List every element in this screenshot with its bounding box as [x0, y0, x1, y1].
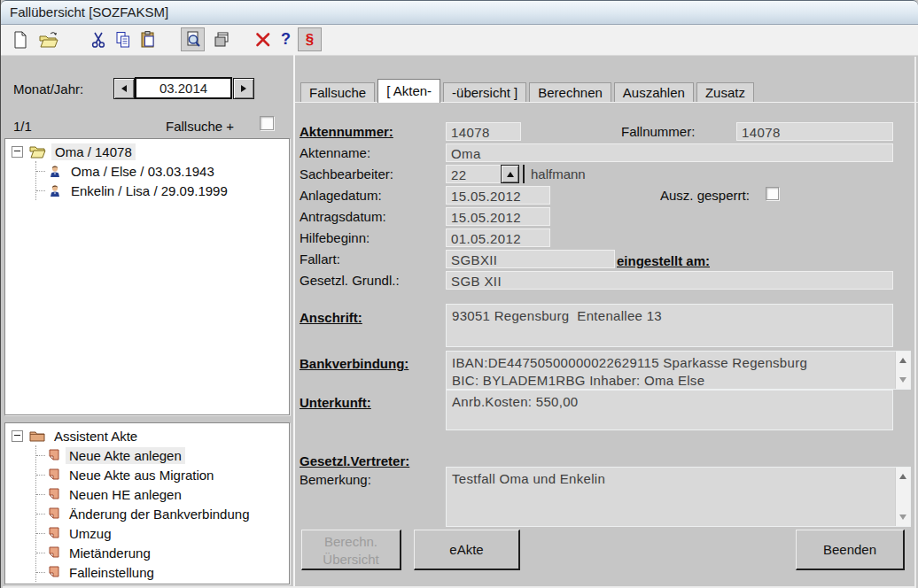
tree-node-wizard[interactable]: Änderung der Bankverbindung — [36, 504, 289, 523]
cut-button[interactable] — [86, 27, 110, 51]
tab-uebersicht[interactable]: -übersicht ] — [443, 82, 526, 102]
hilfebeginn-field[interactable]: 01.05.2012 — [446, 228, 550, 247]
aktennummer-field[interactable]: 14078 — [446, 122, 521, 141]
assistant-tree: Assistent Akte Neue Akte anlegen Neue Ak… — [4, 422, 290, 584]
arrow-left-icon — [121, 85, 127, 92]
sachbearbeiter-field[interactable]: 22 — [446, 165, 501, 183]
fallsuche-plus-label: Fallsuche + — [166, 119, 234, 134]
hilfebeginn-label: Hilfebeginn: — [300, 230, 370, 245]
tree-node-label: Neuen HE anlegen — [66, 486, 185, 503]
spinner-separator — [523, 165, 525, 183]
month-year-field[interactable]: 03.2014 — [135, 77, 232, 99]
open-file-button[interactable] — [36, 27, 60, 51]
tree-node-person[interactable]: Oma / Else / 03.03.1943 — [36, 161, 289, 181]
tree-node-label: Oma / Else / 03.03.1943 — [67, 163, 218, 180]
tab-zusatz[interactable]: Zusatz — [696, 82, 754, 102]
collapse-icon[interactable] — [12, 430, 23, 442]
tab-auszahlen[interactable]: Auszahlen — [614, 82, 694, 102]
tree-node-label: Umzug — [66, 525, 115, 542]
scroll-down-button[interactable] — [896, 510, 910, 524]
fallart-field[interactable]: SGBXII — [446, 250, 615, 268]
unterkunft-text: Anrb.Kosten: 550,00 — [447, 391, 892, 411]
open-folder-icon — [38, 30, 59, 50]
tree-node-wizard[interactable]: Neuen HE anlegen — [36, 484, 289, 504]
scroll-up-button[interactable] — [896, 469, 910, 484]
window-copy-button[interactable] — [209, 27, 233, 51]
window-copy-icon — [212, 30, 231, 50]
bankverbindung-scrollbar[interactable] — [895, 352, 910, 389]
window-inner-edge-right — [914, 57, 916, 586]
tree-node-label: Enkelin / Lisa / 29.09.1999 — [67, 182, 231, 199]
delete-button[interactable] — [251, 27, 275, 51]
aktenname-label: Aktenname: — [300, 145, 370, 160]
tab-akten[interactable]: [ Akten- — [377, 79, 440, 103]
gesetzl-vertreter-label: Gesetzl.Vertreter: — [300, 453, 409, 468]
titlebar[interactable]: Fallübersicht [SOZFAKSM] — [1, 0, 918, 25]
note-icon — [48, 507, 60, 520]
tree-node-wizard[interactable]: Umzug — [36, 523, 289, 543]
fallsuche-plus-checkbox[interactable] — [260, 116, 274, 130]
tree-node-label: Falleinstellung — [66, 564, 158, 581]
month-prev-button[interactable] — [113, 78, 135, 99]
help-button[interactable]: ? — [274, 27, 298, 51]
tree-node-assistant-root[interactable]: Assistent Akte — [5, 426, 289, 445]
month-next-button[interactable] — [233, 78, 254, 99]
bemerkung-textarea[interactable]: Testfall Oma und Enkelin — [446, 467, 911, 527]
tree-node-wizard[interactable]: Falleinstellung — [36, 562, 289, 582]
tree-node-person[interactable]: Enkelin / Lisa / 29.09.1999 — [36, 181, 289, 200]
sachbearbeiter-name: halfmann — [531, 166, 586, 182]
anlagedatum-field[interactable]: 15.05.2012 — [446, 186, 550, 205]
copy-icon — [113, 30, 133, 50]
app-window: Fallübersicht [SOZFAKSM] — [0, 0, 918, 588]
tree-node-wizard[interactable]: Neue Akte anlegen — [36, 445, 289, 465]
bankverbindung-line1: IBAN:DE44750500000022629115 Sparkasse Re… — [447, 352, 910, 372]
berechn-uebersicht-label-line1: Berechn. — [302, 533, 400, 551]
ausz-gesperrt-checkbox[interactable] — [766, 187, 779, 200]
help-icon: ? — [281, 30, 291, 49]
right-panel: Fallsuche [ Akten- -übersicht ] Berechne… — [293, 55, 918, 588]
tab-berechnen[interactable]: Berechnen — [529, 82, 611, 102]
anschrift-textarea[interactable]: 93051 Regensburg Entenallee 13 — [446, 304, 893, 347]
tree-node-wizard[interactable]: Neue Akte aus Migration — [36, 465, 289, 484]
bemerkung-scrollbar[interactable] — [895, 468, 910, 526]
paragraph-button[interactable]: § — [298, 27, 322, 51]
arrow-down-icon — [899, 514, 906, 520]
unterkunft-textarea[interactable]: Anrb.Kosten: 550,00 — [446, 390, 893, 430]
tree-node-label: Assistent Akte — [51, 428, 141, 445]
antragsdatum-field[interactable]: 15.05.2012 — [446, 207, 550, 226]
tree-node-wizard[interactable]: Mietänderung — [36, 543, 289, 562]
aktennummer-label: Aktennummer: — [300, 124, 393, 139]
gesetzl-grundl-label: Gesetzl. Grundl.: — [300, 273, 400, 288]
anschrift-text: 93051 Regensburg Entenallee 13 — [447, 305, 892, 325]
beenden-button[interactable]: Beenden — [796, 530, 905, 570]
paste-button[interactable] — [136, 27, 159, 51]
copy-button[interactable] — [111, 27, 135, 51]
sachbearbeiter-spin-button[interactable] — [501, 165, 519, 183]
new-document-button[interactable] — [8, 27, 32, 51]
bemerkung-label: Bemerkung: — [300, 472, 371, 487]
fallnummer-field[interactable]: 14078 — [736, 122, 893, 141]
note-icon — [48, 468, 60, 481]
aktenname-field[interactable]: Oma — [446, 143, 893, 162]
scroll-down-button[interactable] — [896, 373, 910, 387]
eakte-button[interactable]: eAkte — [414, 530, 520, 570]
bankverbindung-textarea[interactable]: IBAN:DE44750500000022629115 Sparkasse Re… — [446, 351, 911, 390]
closed-folder-icon — [29, 429, 45, 442]
month-year-label: Monat/Jahr: — [13, 81, 83, 97]
tree-node-case-root[interactable]: Oma / 14078 — [5, 142, 289, 161]
note-icon — [48, 488, 60, 500]
arrow-up-icon — [899, 358, 906, 363]
tree-node-label: Neue Akte anlegen — [66, 447, 185, 464]
gesetzl-grundl-field[interactable]: SGB XII — [446, 271, 893, 290]
collapse-icon[interactable] — [12, 146, 23, 158]
fallart-label: Fallart: — [300, 251, 340, 267]
scroll-up-button[interactable] — [896, 353, 910, 368]
arrow-right-icon — [241, 85, 246, 92]
arrow-up-icon — [507, 172, 514, 177]
tree-node-label: Mietänderung — [66, 545, 154, 561]
note-icon — [48, 546, 60, 559]
tab-fallsuche[interactable]: Fallsuche — [300, 82, 375, 102]
bemerkung-text: Testfall Oma und Enkelin — [447, 468, 910, 488]
berechn-uebersicht-label-line2: Übersicht — [302, 551, 400, 569]
print-preview-button[interactable] — [181, 27, 205, 51]
